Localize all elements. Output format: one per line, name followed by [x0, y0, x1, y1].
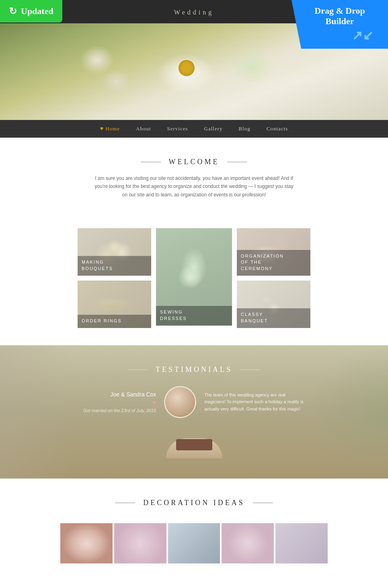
service-ceremony[interactable]: ORGANIZATIONOF THECEREMONY	[237, 228, 310, 276]
service-ceremony-label: ORGANIZATIONOF THECEREMONY	[241, 253, 306, 272]
nav-about[interactable]: About	[136, 126, 151, 132]
site-title: Wedding	[174, 9, 214, 16]
testimonials-line-right	[240, 369, 261, 370]
gallery-item-3[interactable]	[168, 523, 220, 563]
service-bouquets[interactable]: MAKINGBOUQUETS	[78, 228, 151, 276]
nav-blog[interactable]: Blog	[239, 126, 250, 132]
services-left-col: MAKINGBOUQUETS ORDER RINGS	[76, 227, 152, 329]
updated-badge[interactable]: ↻ Updated	[0, 0, 62, 23]
gallery-item-4[interactable]	[222, 523, 274, 563]
services-grid: MAKINGBOUQUETS ORDER RINGS SEWINGDRESSES	[0, 223, 388, 345]
gallery-item-1[interactable]	[60, 523, 113, 563]
title-line-left	[141, 162, 161, 162]
navigation: ♥ Home About Services Gallery Blog Conta…	[0, 120, 388, 138]
testimonial-avatar	[164, 386, 196, 418]
dnd-line1: Drag & Drop	[314, 6, 365, 16]
person-name: Joe & Sandra Cox	[83, 391, 156, 398]
heart-icon: ♥	[83, 399, 156, 406]
avatar-image	[165, 387, 195, 417]
gallery-item-5[interactable]	[275, 523, 328, 563]
gallery-img-2	[114, 523, 166, 563]
decoration-line-right	[253, 503, 273, 503]
decoration-line-left	[115, 503, 135, 503]
heart-icon: ♥	[100, 126, 104, 132]
page-wrapper: ↻ Updated Drag & Drop Builder ↗↙ Wedding…	[0, 0, 388, 576]
decoration-title-row: DECORATION IDEAS	[8, 499, 380, 507]
services-right-col: ORGANIZATIONOF THECEREMONY CLASSYBANQUET	[236, 227, 312, 329]
testimonials-bg-right	[308, 345, 388, 479]
service-banquet[interactable]: CLASSYBANQUET	[237, 281, 310, 328]
service-banquet-label: CLASSYBANQUET	[241, 312, 306, 324]
testimonial-person: Joe & Sandra Cox ♥ Got married on the 23…	[83, 391, 156, 413]
updated-label: Updated	[21, 6, 53, 17]
testimonials-decoration	[8, 426, 380, 458]
ribbon-shape	[176, 439, 212, 450]
dnd-badge[interactable]: Drag & Drop Builder ↗↙	[292, 0, 388, 49]
service-bouquets-label: MAKINGBOUQUETS	[82, 259, 147, 272]
testimonial-card: Joe & Sandra Cox ♥ Got married on the 23…	[74, 386, 315, 418]
welcome-title: WELCOME	[169, 158, 220, 166]
decoration-title: DECORATION IDEAS	[143, 499, 245, 507]
welcome-section: WELCOME I am sure you are visiting our s…	[0, 138, 388, 223]
testimonials-section: TESTIMONIALS Joe & Sandra Cox ♥ Got marr…	[0, 345, 388, 479]
decoration-section: DECORATION IDEAS	[0, 479, 388, 576]
gallery-item-2[interactable]	[114, 523, 166, 563]
nav-contacts[interactable]: Contacts	[267, 126, 288, 132]
refresh-icon: ↻	[9, 6, 17, 17]
testimonials-line-left	[127, 369, 148, 370]
welcome-title-row: WELCOME	[8, 158, 380, 166]
flower-center	[179, 60, 195, 76]
testimonials-title: TESTIMONIALS	[156, 365, 232, 374]
gallery-img-1	[60, 523, 113, 563]
decoration-gallery	[8, 515, 380, 563]
testimonial-text: The team of this wedding agency are real…	[204, 392, 305, 413]
person-date: Got married on the 23rd of July, 2015	[83, 408, 156, 413]
service-ceremony-overlay: ORGANIZATIONOF THECEREMONY	[237, 250, 310, 276]
service-dresses[interactable]: SEWINGDRESSES	[156, 228, 232, 326]
service-banquet-overlay: CLASSYBANQUET	[237, 308, 310, 328]
dnd-arrow-icon: ↗↙	[299, 28, 381, 43]
nav-home[interactable]: ♥ Home	[100, 126, 120, 132]
service-rings[interactable]: ORDER RINGS	[78, 281, 151, 328]
nav-services[interactable]: Services	[167, 126, 188, 132]
service-dresses-label: SEWINGDRESSES	[160, 309, 228, 322]
service-rings-label: ORDER RINGS	[82, 318, 147, 324]
gallery-img-4	[222, 523, 274, 563]
nav-gallery[interactable]: Gallery	[204, 126, 223, 132]
testimonials-bg-left	[0, 345, 72, 479]
gallery-img-5	[275, 523, 328, 563]
dnd-line2: Builder	[326, 16, 354, 26]
gallery-img-3	[168, 523, 220, 563]
service-dresses-overlay: SEWINGDRESSES	[156, 306, 232, 326]
title-line-right	[227, 162, 247, 162]
service-rings-overlay: ORDER RINGS	[78, 315, 151, 328]
welcome-text: I am sure you are visiting our site not …	[94, 174, 295, 199]
service-bouquets-overlay: MAKINGBOUQUETS	[78, 256, 151, 276]
